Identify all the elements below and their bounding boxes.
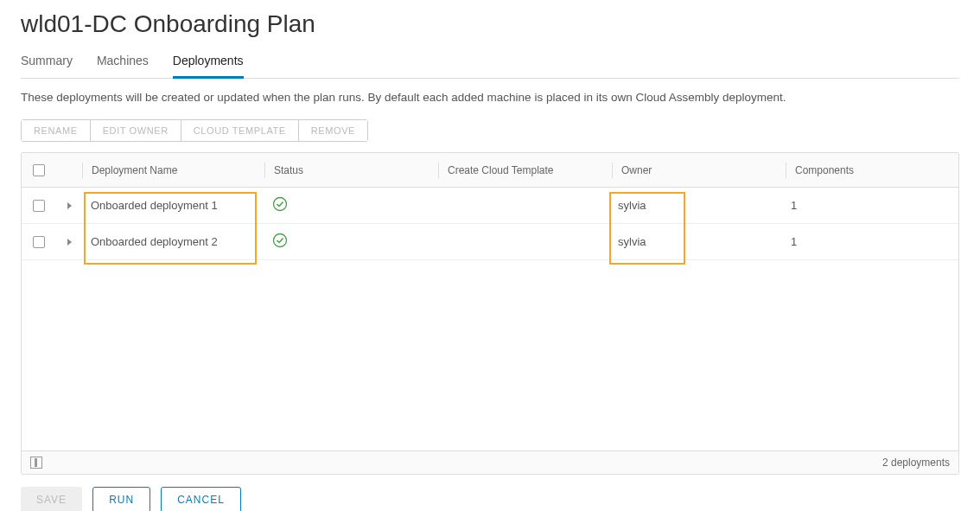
cancel-button[interactable]: CANCEL xyxy=(161,487,241,511)
header-name[interactable]: Deployment Name xyxy=(83,164,264,176)
components-value: 1 xyxy=(791,235,797,248)
components-value: 1 xyxy=(791,199,797,212)
cloud-template-button[interactable]: CLOUD TEMPLATE xyxy=(181,120,299,141)
table-footer: 2 deployments xyxy=(22,450,958,474)
deployments-table: Deployment Name Status Create Cloud Temp… xyxy=(21,152,959,475)
row-count: 2 deployments xyxy=(882,457,950,469)
tab-summary[interactable]: Summary xyxy=(21,47,73,78)
header-owner[interactable]: Owner xyxy=(613,164,786,176)
tab-deployments[interactable]: Deployments xyxy=(173,47,244,79)
header-status[interactable]: Status xyxy=(265,164,438,176)
save-button[interactable]: SAVE xyxy=(21,487,82,511)
svg-point-1 xyxy=(274,234,287,247)
header-components[interactable]: Components xyxy=(786,164,958,176)
table-row[interactable]: Onboarded deployment 1 sylvia 1 xyxy=(22,188,958,224)
edit-owner-button[interactable]: EDIT OWNER xyxy=(91,120,181,141)
table-row[interactable]: Onboarded deployment 2 sylvia 1 xyxy=(22,224,958,260)
tab-machines[interactable]: Machines xyxy=(97,47,149,78)
run-button[interactable]: RUN xyxy=(92,487,150,511)
actions-bar: SAVE RUN CANCEL xyxy=(21,475,959,511)
deployment-name: Onboarded deployment 1 xyxy=(91,199,218,212)
toolbar: RENAME EDIT OWNER CLOUD TEMPLATE REMOVE xyxy=(21,119,368,142)
tab-description: These deployments will be created or upd… xyxy=(21,91,959,104)
owner-value: sylvia xyxy=(618,199,646,212)
select-all-checkbox[interactable] xyxy=(33,164,45,176)
table-header: Deployment Name Status Create Cloud Temp… xyxy=(22,153,958,188)
tabs-container: Summary Machines Deployments xyxy=(21,47,959,79)
page-title: wld01-DC Onboarding Plan xyxy=(21,0,959,47)
row-checkbox[interactable] xyxy=(33,200,45,212)
status-ok-icon xyxy=(272,233,288,248)
owner-value: sylvia xyxy=(618,235,646,248)
status-ok-icon xyxy=(272,196,288,212)
expand-row[interactable] xyxy=(56,239,82,246)
deployment-name: Onboarded deployment 2 xyxy=(91,235,218,248)
rename-button[interactable]: RENAME xyxy=(22,120,91,141)
chevron-right-icon xyxy=(67,239,72,246)
expand-row[interactable] xyxy=(56,202,82,209)
column-picker-icon[interactable] xyxy=(30,457,42,469)
chevron-right-icon xyxy=(67,202,72,209)
svg-point-0 xyxy=(274,198,287,211)
header-template[interactable]: Create Cloud Template xyxy=(439,164,612,176)
remove-button[interactable]: REMOVE xyxy=(299,120,367,141)
row-checkbox[interactable] xyxy=(33,236,45,248)
